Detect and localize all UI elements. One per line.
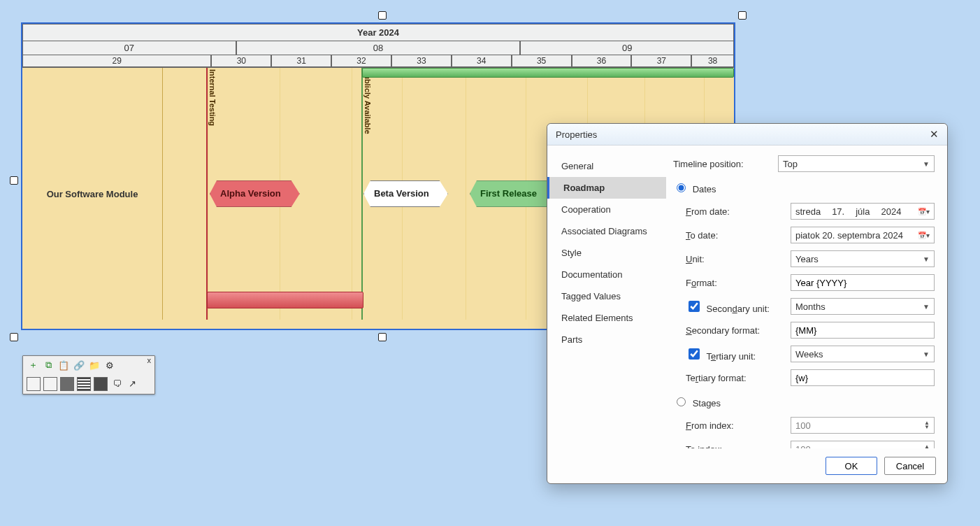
label-format: Format: bbox=[686, 278, 791, 288]
timeline-month: 09 bbox=[520, 41, 734, 55]
add-one-icon[interactable]: ＋ bbox=[27, 359, 39, 371]
sidebar-item-associated[interactable]: Associated Diagrams bbox=[547, 220, 666, 242]
timeline-weeks: 29 30 31 32 33 34 35 36 37 38 bbox=[22, 55, 734, 67]
chevron-down-icon: ▼ bbox=[923, 350, 930, 358]
clipboard-icon[interactable]: 📋 bbox=[57, 359, 70, 371]
swatch-lines[interactable] bbox=[77, 377, 91, 391]
from-date-picker[interactable]: streda 17. júla 2024 📅▾ bbox=[791, 203, 935, 220]
sidebar-item-tagged[interactable]: Tagged Values bbox=[547, 285, 666, 307]
folder-icon[interactable]: 📁 bbox=[88, 359, 101, 371]
context-toolbox[interactable]: x ＋ ⧉ 📋 🔗 📁 ⚙ 🗨 ↗ bbox=[22, 355, 155, 395]
to-date-picker[interactable]: piatok 20. septembra 2024 📅▾ bbox=[791, 227, 935, 243]
label-to-date: To date: bbox=[686, 230, 791, 241]
resize-handle[interactable] bbox=[10, 176, 18, 185]
secondary-format-input[interactable] bbox=[791, 322, 935, 339]
marker-label-internal: Internal Testing bbox=[208, 69, 217, 126]
timeline-week: 36 bbox=[572, 55, 632, 67]
note-icon[interactable]: 🗨 bbox=[110, 377, 123, 390]
timeline-week: 37 bbox=[631, 55, 691, 67]
from-index-spinner: 100 ▲▼ bbox=[791, 417, 935, 434]
dialog-sidebar: General Roadmap Cooperation Associated D… bbox=[547, 145, 666, 448]
to-index-spinner: 100 ▲▼ bbox=[791, 441, 935, 448]
dialog-form: Timeline position: Top ▼ Dates From date… bbox=[666, 145, 947, 448]
cancel-button[interactable]: Cancel bbox=[884, 457, 936, 475]
marker-line-public[interactable] bbox=[361, 68, 363, 320]
milestone-release[interactable]: First Release bbox=[470, 180, 556, 207]
secondary-unit-checkbox[interactable] bbox=[689, 301, 700, 312]
swatch-gray[interactable] bbox=[60, 377, 74, 391]
mode-stages-radio[interactable] bbox=[677, 397, 686, 406]
timeline-week: 32 bbox=[331, 55, 391, 67]
label-from-index: From index: bbox=[686, 420, 791, 431]
timeline-week: 30 bbox=[211, 55, 271, 67]
spinner-icon: ▲▼ bbox=[924, 421, 930, 429]
properties-icon[interactable]: ⚙ bbox=[103, 359, 116, 371]
format-input[interactable] bbox=[791, 274, 935, 291]
tertiary-format-input[interactable] bbox=[791, 369, 935, 386]
swatch-light[interactable] bbox=[27, 377, 41, 391]
timeline-week: 33 bbox=[391, 55, 452, 67]
timeline-position-select[interactable]: Top ▼ bbox=[778, 155, 935, 172]
milestone-beta[interactable]: Beta Version bbox=[363, 180, 448, 207]
sidebar-item-related[interactable]: Related Elements bbox=[547, 307, 666, 329]
timeline-month: 08 bbox=[236, 41, 521, 55]
mode-dates-radio[interactable] bbox=[677, 183, 686, 192]
timeline-week: 31 bbox=[271, 55, 331, 67]
label-timeline-position: Timeline position: bbox=[673, 159, 778, 169]
sidebar-item-general[interactable]: General bbox=[547, 155, 666, 177]
close-icon[interactable]: x bbox=[145, 356, 154, 364]
label-secondary-format: Secondary format: bbox=[686, 325, 791, 336]
label-unit: Unit: bbox=[686, 254, 791, 264]
properties-dialog[interactable]: Properties ✕ General Roadmap Cooperation… bbox=[547, 123, 948, 484]
secondary-unit-select[interactable]: Months ▼ bbox=[791, 298, 935, 315]
label-dates: Dates bbox=[693, 184, 716, 194]
label-stages: Stages bbox=[693, 398, 721, 408]
chevron-down-icon: ▼ bbox=[923, 255, 930, 263]
resize-handle[interactable] bbox=[378, 333, 387, 341]
timeline-week: 34 bbox=[452, 55, 512, 67]
phase-bar-internal[interactable] bbox=[207, 292, 363, 308]
dialog-title-text: Properties bbox=[556, 129, 597, 140]
marker-line-internal[interactable] bbox=[206, 68, 208, 320]
label-secondary-unit: Secondary unit: bbox=[686, 299, 791, 314]
chevron-down-icon: ▼ bbox=[923, 160, 930, 168]
timeline-week: 38 bbox=[691, 55, 734, 67]
resize-handle[interactable] bbox=[10, 333, 18, 341]
sidebar-item-style[interactable]: Style bbox=[547, 242, 666, 264]
sidebar-item-parts[interactable]: Parts bbox=[547, 329, 666, 350]
timeline-year: Year 2024 bbox=[22, 24, 734, 41]
milestone-alpha[interactable]: Alpha Version bbox=[210, 180, 300, 207]
sidebar-item-cooperation[interactable]: Cooperation bbox=[547, 199, 666, 220]
timeline-month: 07 bbox=[22, 41, 236, 55]
chevron-down-icon: ▼ bbox=[923, 303, 930, 311]
label-tertiary-format: Tertiary format: bbox=[686, 373, 791, 383]
dialog-footer: OK Cancel bbox=[547, 448, 947, 483]
ok-button[interactable]: OK bbox=[826, 457, 877, 475]
calendar-icon: 📅▾ bbox=[918, 232, 930, 239]
module-label[interactable]: Our Software Module bbox=[22, 68, 163, 320]
sidebar-item-documentation[interactable]: Documentation bbox=[547, 264, 666, 285]
tertiary-unit-checkbox[interactable] bbox=[689, 348, 700, 360]
dialog-titlebar[interactable]: Properties ✕ bbox=[547, 124, 947, 145]
close-icon[interactable]: ✕ bbox=[930, 128, 939, 141]
timeline-week: 29 bbox=[22, 55, 211, 67]
swatch-dark[interactable] bbox=[94, 377, 108, 391]
calendar-icon: 📅▾ bbox=[918, 208, 930, 215]
timeline-header: Year 2024 07 08 09 29 30 31 32 33 34 35 … bbox=[22, 24, 734, 68]
marker-label-public: Publicly Available bbox=[363, 69, 372, 134]
timeline-week: 35 bbox=[512, 55, 572, 67]
unit-select[interactable]: Years ▼ bbox=[791, 250, 935, 267]
add-many-icon[interactable]: ⧉ bbox=[42, 359, 55, 371]
swatch-light[interactable] bbox=[43, 377, 57, 391]
label-tertiary-unit: Tertiary unit: bbox=[686, 346, 791, 362]
resize-handle[interactable] bbox=[378, 11, 387, 20]
tertiary-unit-select[interactable]: Weeks ▼ bbox=[791, 346, 935, 362]
phase-bar-public[interactable] bbox=[362, 68, 734, 78]
link-icon[interactable]: 🔗 bbox=[73, 359, 85, 371]
resize-handle[interactable] bbox=[738, 11, 747, 20]
sidebar-item-roadmap[interactable]: Roadmap bbox=[547, 177, 666, 199]
timeline-months: 07 08 09 bbox=[22, 41, 734, 55]
label-from-date: From date: bbox=[686, 206, 791, 217]
external-icon[interactable]: ↗ bbox=[126, 377, 138, 390]
